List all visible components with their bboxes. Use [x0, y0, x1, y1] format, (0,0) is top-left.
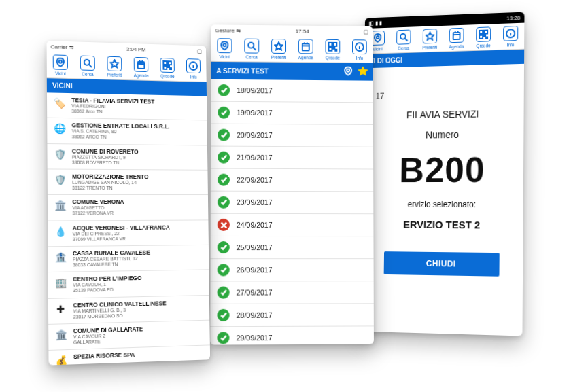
- nav-preferiti[interactable]: Preferiti: [417, 26, 443, 52]
- place-address-2: 38062 ARCO TN: [72, 135, 203, 141]
- nav-preferiti[interactable]: Preferiti: [101, 53, 128, 79]
- date-row[interactable]: 25/09/2017: [211, 236, 374, 259]
- nav-vicini[interactable]: Vicini: [47, 52, 74, 78]
- screen-title: A SERVIZI TEST: [216, 67, 269, 75]
- nav-agenda[interactable]: Agenda: [443, 24, 470, 51]
- date-row[interactable]: 27/09/2017: [210, 281, 373, 304]
- nav-info[interactable]: Info: [180, 56, 207, 82]
- search-icon: [396, 30, 411, 45]
- list-item[interactable]: 🏦CASSA RURALE CAVALESEPIAZZA CESARE BATT…: [48, 245, 209, 273]
- date-value: 19/09/2017: [237, 109, 272, 117]
- date-row[interactable]: 24/09/2017: [211, 214, 374, 236]
- check-icon: [218, 152, 230, 164]
- pin-icon: [53, 54, 68, 70]
- vicini-list: 🏷️TESIA - FILAVIA SERVIZI TESTVIA FEDRIG…: [47, 92, 210, 365]
- calendar-icon: [449, 28, 464, 43]
- nav-qrcode[interactable]: Qrcode: [470, 24, 497, 50]
- date-row[interactable]: 26/09/2017: [210, 259, 373, 281]
- list-item[interactable]: 🛡️MOTORIZZAZIONE TRENTOLUNGADIGE SAN NIC…: [48, 169, 208, 195]
- date-row[interactable]: 22/09/2017: [211, 169, 373, 192]
- date-value: 20/09/2017: [237, 131, 273, 139]
- screen-title-bar: A SERVIZI TEST: [211, 62, 373, 81]
- date-value: 25/09/2017: [237, 243, 273, 251]
- list-item[interactable]: 🏢CENTRO PER L'IMPIEGOVIA CAVOUR, 135139 …: [48, 270, 209, 299]
- check-icon: [217, 332, 229, 344]
- date-row[interactable]: 18/09/2017: [211, 79, 373, 103]
- check-icon: [218, 174, 230, 186]
- star-icon: [423, 29, 438, 43]
- nav-label: Qrcode: [476, 43, 490, 48]
- info-icon: [503, 26, 518, 41]
- qr-icon: [476, 26, 491, 42]
- place-name: SPEZIA RISORSE SPA: [73, 349, 205, 361]
- date-row[interactable]: 29/09/2017: [210, 326, 374, 344]
- list-item[interactable]: 🌐GESTIONE ENTRATE LOCALI S.R.L.VIA S. CA…: [47, 118, 207, 145]
- service-name: FILAVIA SERVIZI: [375, 108, 511, 121]
- nav-preferiti[interactable]: Preferiti: [265, 36, 292, 62]
- check-icon: [218, 196, 230, 209]
- nav-info[interactable]: Info: [346, 37, 373, 63]
- date-value: 22/09/2017: [237, 176, 273, 184]
- fav-star-icon[interactable]: [358, 67, 368, 77]
- nav-label: Preferiti: [107, 72, 122, 77]
- place-icon: 🏷️: [52, 96, 66, 110]
- nav-label: Preferiti: [422, 45, 437, 50]
- nav-qrcode[interactable]: Qrcode: [319, 37, 347, 63]
- date-row[interactable]: 20/09/2017: [211, 124, 373, 147]
- status-battery: ▢: [364, 29, 369, 35]
- nav-cerca[interactable]: Cerca: [74, 52, 101, 79]
- date-value: 21/09/2017: [237, 154, 273, 162]
- x-icon: [218, 219, 230, 231]
- nav-cerca[interactable]: Cerca: [390, 26, 417, 52]
- date-value: 23/09/2017: [237, 198, 273, 207]
- list-item[interactable]: 🏛️COMUNE VERONAVIA ADIGETTO37122 VERONA …: [48, 195, 208, 221]
- nav-vicini[interactable]: Vicini: [211, 35, 238, 61]
- nav-label: Vicini: [373, 46, 383, 51]
- status-time: 17:54: [296, 28, 309, 34]
- date-value: 28/09/2017: [237, 311, 273, 319]
- nav-label: Info: [507, 42, 515, 47]
- nav-label: Info: [190, 75, 196, 79]
- place-icon: 🏢: [54, 276, 67, 290]
- nav-agenda[interactable]: Agenda: [292, 36, 319, 62]
- nav-agenda[interactable]: Agenda: [128, 54, 154, 80]
- place-icon: ✚: [54, 302, 67, 316]
- calendar-icon: [134, 57, 149, 72]
- nav-label: Preferiti: [271, 55, 286, 60]
- nav-label: Agenda: [449, 44, 464, 50]
- place-icon: 🏛️: [54, 327, 67, 342]
- place-icon: 🛡️: [53, 173, 67, 186]
- nav-label: Qrcode: [160, 74, 175, 79]
- date-row[interactable]: 23/09/2017: [211, 192, 374, 215]
- close-button[interactable]: CHIUDI: [384, 251, 500, 277]
- qr-icon: [325, 39, 340, 54]
- list-item[interactable]: 💧ACQUE VERONESI - VILLAFRANCAVIA DEI CIP…: [48, 220, 209, 247]
- nav-strip: ViciniCercaPreferitiAgendaQrcodeInfo: [211, 35, 373, 63]
- list-item[interactable]: 🛡️COMUNE DI ROVERETOPIAZZETTA SICHARDT, …: [47, 144, 207, 171]
- check-icon: [218, 241, 230, 253]
- number-label: Numero: [375, 128, 511, 141]
- pin-icon[interactable]: [343, 67, 353, 77]
- place-name: COMUNE VERONA: [72, 198, 203, 205]
- nav-cerca[interactable]: Cerca: [238, 36, 265, 62]
- place-address-2: 38122 TRENTO TN: [72, 185, 203, 191]
- nav-label: Cerca: [246, 54, 258, 59]
- phone-vicini: Carrier ⇋ 3:04 PM ▢ ViciniCercaPreferiti…: [46, 41, 210, 366]
- place-address-2: 37122 VERONA VR: [73, 211, 203, 217]
- date-row[interactable]: 21/09/2017: [211, 147, 373, 170]
- status-carrier: Carrier ⇋: [51, 43, 74, 50]
- nav-qrcode[interactable]: Qrcode: [154, 55, 181, 81]
- date-row[interactable]: 28/09/2017: [210, 304, 374, 327]
- info-icon: [352, 39, 367, 54]
- list-item[interactable]: 🏷️TESIA - FILAVIA SERVIZI TESTVIA FEDRIG…: [47, 92, 207, 120]
- date-value: 27/09/2017: [237, 288, 273, 296]
- selected-service: ERVIZIO TEST 2: [374, 219, 511, 231]
- phone-ticket: ◧ ▮ ▮ 13:28 ViciniCercaPreferitiAgendaQr…: [361, 12, 525, 336]
- check-icon: [218, 264, 230, 276]
- search-icon: [80, 56, 95, 71]
- nav-info[interactable]: Info: [497, 23, 524, 50]
- place-address-2: 38033 CAVALESE TN: [73, 261, 204, 268]
- nav-label: Vicini: [220, 54, 230, 59]
- list-item[interactable]: ✚CENTRO CLINICO VALTELLINESEVIA MARTINEL…: [48, 295, 209, 324]
- date-row[interactable]: 19/09/2017: [211, 102, 373, 125]
